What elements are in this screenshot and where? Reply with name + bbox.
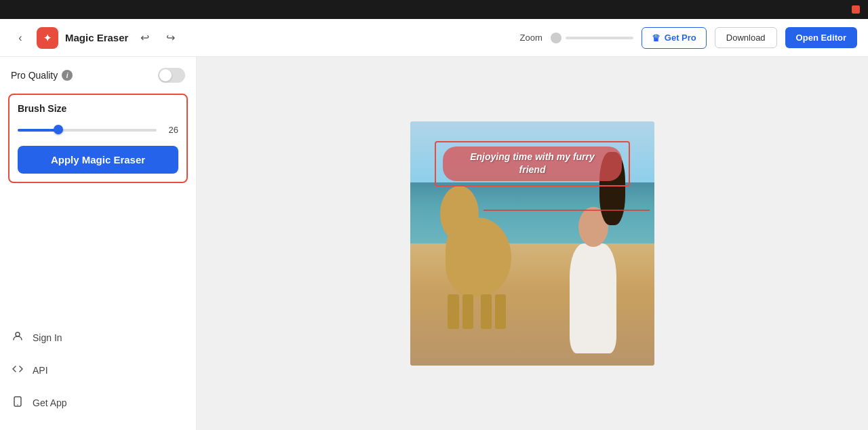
dog-leg2 <box>462 294 473 329</box>
sidebar-links: Sign In API Get App <box>8 321 188 419</box>
image-text-line2: friend <box>519 164 546 175</box>
logo-icon: ✦ <box>43 33 52 43</box>
back-button[interactable]: ‹ <box>11 28 30 47</box>
top-bar <box>0 0 868 19</box>
redo-button[interactable]: ↪ <box>161 28 180 47</box>
header-left: ‹ ✦ Magic Eraser ↩ ↪ <box>11 27 512 49</box>
download-label: Download <box>726 33 766 43</box>
download-button[interactable]: Download <box>715 27 777 48</box>
selection-box: Enjoying time with my furry friend <box>435 141 630 187</box>
undo-button[interactable]: ↩ <box>135 28 154 47</box>
main-layout: Pro Quality i Brush Size 26 Apply Magic … <box>0 57 868 430</box>
dog-body <box>446 218 511 297</box>
dog-leg4 <box>495 294 506 329</box>
open-editor-button[interactable]: Open Editor <box>785 27 857 48</box>
api-link[interactable]: API <box>8 354 188 387</box>
app-name: Magic Eraser <box>65 32 128 43</box>
dog-leg1 <box>448 294 458 329</box>
get-app-link[interactable]: Get App <box>8 387 188 419</box>
pro-quality-toggle[interactable] <box>158 68 185 83</box>
zoom-thumb[interactable] <box>551 33 561 43</box>
back-icon: ‹ <box>18 32 22 44</box>
image-text-line1: Enjoying time with my furry <box>470 151 595 162</box>
pro-quality-text: Pro Quality <box>11 70 58 81</box>
sign-in-label: Sign In <box>33 332 62 343</box>
pro-quality-info-icon[interactable]: i <box>62 70 73 81</box>
crown-icon: ♛ <box>652 33 660 43</box>
app-logo: ✦ <box>37 27 58 49</box>
photo-dog <box>435 170 545 329</box>
photo-frame: Enjoying time with my furry friend <box>410 121 654 366</box>
image-container: Enjoying time with my furry friend <box>410 121 654 366</box>
mobile-icon <box>11 396 24 410</box>
zoom-slider[interactable] <box>551 33 633 43</box>
get-pro-label: Get Pro <box>665 33 696 43</box>
toggle-thumb <box>159 69 172 81</box>
code-icon <box>11 364 24 377</box>
image-text-label: Enjoying time with my furry friend <box>443 146 622 181</box>
zoom-label: Zoom <box>520 33 542 43</box>
redo-icon: ↪ <box>166 31 175 44</box>
zoom-track <box>566 37 633 39</box>
canvas-area[interactable]: Enjoying time with my furry friend <box>197 57 868 430</box>
api-label: API <box>33 365 48 376</box>
open-editor-label: Open Editor <box>796 33 846 43</box>
svg-point-0 <box>16 332 20 336</box>
slider-thumb[interactable] <box>54 125 63 134</box>
brush-slider-row: 26 <box>18 125 178 135</box>
top-bar-dot <box>852 5 860 14</box>
brush-size-section: Brush Size 26 Apply Magic Eraser <box>8 94 188 183</box>
sidebar: Pro Quality i Brush Size 26 Apply Magic … <box>0 57 197 430</box>
person-body <box>570 243 616 353</box>
header-right: Zoom ♛ Get Pro Download Open Editor <box>520 27 857 49</box>
red-annotation-line <box>484 210 650 211</box>
svg-point-2 <box>17 404 18 406</box>
header: ‹ ✦ Magic Eraser ↩ ↪ Zoom ♛ Get Pro Down… <box>0 19 868 57</box>
dog-leg3 <box>481 294 492 329</box>
brush-size-value: 26 <box>163 125 178 135</box>
brush-size-label: Brush Size <box>18 103 178 114</box>
apply-magic-eraser-button[interactable]: Apply Magic Eraser <box>18 146 178 174</box>
slider-fill <box>18 129 56 132</box>
brush-size-slider[interactable] <box>18 128 157 132</box>
undo-icon: ↩ <box>140 31 149 44</box>
get-app-label: Get App <box>33 397 67 408</box>
pro-quality-label: Pro Quality i <box>11 70 73 81</box>
get-pro-button[interactable]: ♛ Get Pro <box>642 27 707 49</box>
sign-in-link[interactable]: Sign In <box>8 321 188 354</box>
person-icon <box>11 331 24 345</box>
pro-quality-row: Pro Quality i <box>8 68 188 83</box>
photo-person <box>557 170 642 353</box>
text-overlay: Enjoying time with my furry friend <box>435 141 630 187</box>
